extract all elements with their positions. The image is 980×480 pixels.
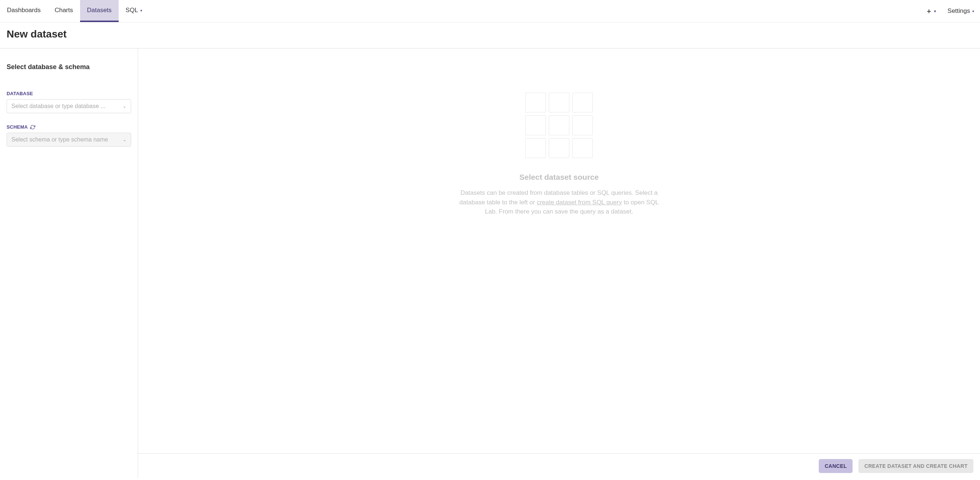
nav-label: Dashboards bbox=[7, 6, 41, 14]
nav-item-dashboards[interactable]: Dashboards bbox=[0, 0, 48, 22]
refresh-icon[interactable] bbox=[30, 124, 35, 130]
nav-label: Datasets bbox=[87, 6, 112, 14]
illus-cell bbox=[572, 92, 593, 112]
illus-cell bbox=[525, 92, 546, 112]
footer-bar: CANCEL CREATE DATASET AND CREATE CHART bbox=[138, 453, 980, 478]
illus-cell bbox=[549, 92, 570, 112]
schema-label-text: SCHEMA bbox=[6, 124, 28, 130]
empty-description: Datasets can be created from database ta… bbox=[456, 188, 662, 217]
database-label-text: DATABASE bbox=[6, 91, 33, 96]
page-title: New dataset bbox=[6, 28, 974, 40]
empty-state: Select dataset source Datasets can be cr… bbox=[138, 48, 980, 453]
nav-label: Settings bbox=[948, 7, 970, 15]
nav-item-charts[interactable]: Charts bbox=[48, 0, 80, 22]
nav-item-settings[interactable]: Settings ▾ bbox=[948, 7, 974, 15]
nav-right: ＋ ▾ Settings ▾ bbox=[926, 0, 980, 22]
nav-label: Charts bbox=[55, 6, 73, 14]
illus-cell bbox=[525, 115, 546, 135]
main-content: Select database & schema DATABASE Select… bbox=[0, 48, 980, 478]
chevron-down-icon: ▾ bbox=[140, 8, 142, 13]
cancel-button[interactable]: CANCEL bbox=[819, 459, 853, 473]
nav-item-sql[interactable]: SQL ▾ bbox=[119, 0, 149, 22]
empty-illustration bbox=[525, 92, 593, 158]
create-dataset-button[interactable]: CREATE DATASET AND CREATE CHART bbox=[858, 459, 974, 473]
create-from-sql-link[interactable]: create dataset from SQL query bbox=[537, 199, 622, 206]
left-panel: Select database & schema DATABASE Select… bbox=[0, 48, 138, 478]
database-label: DATABASE bbox=[6, 91, 131, 96]
illus-cell bbox=[549, 138, 570, 158]
chevron-down-icon: ⌄ bbox=[123, 137, 126, 142]
nav-left: Dashboards Charts Datasets SQL ▾ bbox=[0, 0, 149, 22]
illus-cell bbox=[549, 115, 570, 135]
left-section-title: Select database & schema bbox=[6, 63, 131, 71]
page-title-row: New dataset bbox=[0, 22, 980, 48]
nav-label: SQL bbox=[126, 6, 138, 14]
database-placeholder: Select database or type database ... bbox=[11, 103, 105, 110]
schema-select[interactable]: Select schema or type schema name ⌄ bbox=[6, 133, 131, 147]
chevron-down-icon: ⌄ bbox=[123, 104, 126, 109]
illus-cell bbox=[572, 115, 593, 135]
top-nav: Dashboards Charts Datasets SQL ▾ ＋ ▾ Set… bbox=[0, 0, 980, 22]
illus-cell bbox=[572, 138, 593, 158]
chevron-down-icon: ▾ bbox=[972, 9, 974, 13]
schema-placeholder: Select schema or type schema name bbox=[11, 136, 108, 143]
chevron-down-icon: ▾ bbox=[934, 9, 936, 13]
illus-cell bbox=[525, 138, 546, 158]
nav-item-datasets[interactable]: Datasets bbox=[80, 0, 119, 22]
right-area: Select dataset source Datasets can be cr… bbox=[138, 48, 980, 478]
plus-icon: ＋ bbox=[926, 6, 932, 16]
empty-title: Select dataset source bbox=[519, 173, 599, 182]
add-button[interactable]: ＋ ▾ bbox=[926, 6, 936, 16]
schema-label: SCHEMA bbox=[6, 124, 131, 130]
database-select[interactable]: Select database or type database ... ⌄ bbox=[6, 99, 131, 113]
